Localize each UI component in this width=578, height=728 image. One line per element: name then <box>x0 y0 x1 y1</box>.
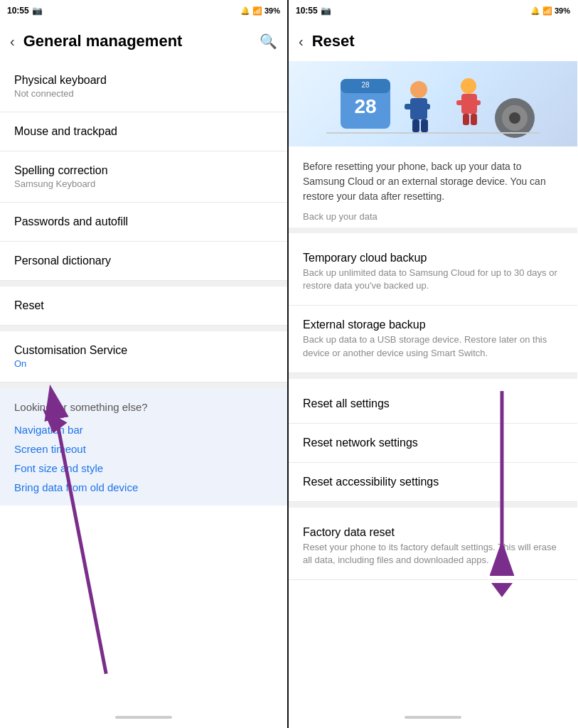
factory-data-reset-title: Factory data reset <box>303 526 563 539</box>
menu-item-title-customisation: Customisation Service <box>14 344 273 357</box>
menu-item-personal-dict[interactable]: Personal dictionary <box>0 242 287 281</box>
reset-accessibility-settings-item[interactable]: Reset accessibility settings <box>289 463 577 502</box>
external-storage-backup-sub: Back up data to a USB storage device. Re… <box>303 333 563 359</box>
suggestion-navigation-bar[interactable]: Navigation bar <box>14 420 273 439</box>
backup-description-text: Before resetting your phone, back up you… <box>303 159 563 204</box>
status-icons-right: 🔔 📶 39% <box>530 6 570 16</box>
reset-all-settings-item[interactable]: Reset all settings <box>289 385 577 424</box>
hero-illustration: 28 28 <box>289 61 577 146</box>
search-icon-left[interactable]: 🔍 <box>259 33 277 50</box>
reset-content: 28 28 <box>289 61 577 707</box>
back-button-right[interactable]: ‹ <box>299 33 304 50</box>
top-bar-left: ‹ General management 🔍 <box>0 21 287 61</box>
suggestions-box: Looking for something else? Navigation b… <box>0 388 287 505</box>
suggestion-font-size[interactable]: Font size and style <box>14 459 273 478</box>
backup-link[interactable]: Back up your data <box>303 211 563 222</box>
suggestion-screen-timeout[interactable]: Screen timeout <box>14 439 273 459</box>
backup-description-box: Before resetting your phone, back up you… <box>289 146 577 228</box>
bottom-bar-right <box>289 707 577 728</box>
section-divider-3 <box>0 382 287 388</box>
menu-item-spelling[interactable]: Spelling correction Samsung Keyboard <box>0 151 287 203</box>
page-title-left: General management <box>23 32 251 50</box>
menu-item-mouse[interactable]: Mouse and trackpad <box>0 112 287 151</box>
reset-network-settings-item[interactable]: Reset network settings <box>289 424 577 463</box>
external-storage-backup-item[interactable]: External storage backup Back up data to … <box>289 306 577 373</box>
home-indicator-right <box>405 716 461 719</box>
menu-item-title-spelling: Spelling correction <box>14 164 273 177</box>
section-divider-1 <box>0 281 287 287</box>
menu-item-sub-spelling: Samsung Keyboard <box>14 178 273 189</box>
page-title-right: Reset <box>312 32 567 50</box>
svg-point-7 <box>410 81 427 98</box>
menu-item-customisation[interactable]: Customisation Service On <box>0 331 287 382</box>
menu-item-physical-keyboard[interactable]: Physical keyboard Not connected <box>0 61 287 112</box>
factory-reset-section: Factory data reset Reset your phone to i… <box>289 513 577 580</box>
svg-rect-16 <box>471 100 481 105</box>
menu-list-left: Physical keyboard Not connected Mouse an… <box>0 61 287 707</box>
menu-item-passwords[interactable]: Passwords and autofill <box>0 203 287 242</box>
svg-rect-10 <box>419 104 430 109</box>
menu-item-title-mouse: Mouse and trackpad <box>14 125 273 138</box>
status-time-left: 10:55 📷 <box>7 6 43 16</box>
suggestions-title: Looking for something else? <box>14 401 273 413</box>
status-bar-left: 10:55 📷 🔔 📶 39% <box>0 0 287 21</box>
reset-accessibility-settings-title: Reset accessibility settings <box>303 476 563 488</box>
reset-divider-1 <box>289 228 577 233</box>
external-storage-backup-title: External storage backup <box>303 318 563 331</box>
temp-cloud-backup-sub: Back up unlimited data to Samsung Cloud … <box>303 267 563 292</box>
menu-item-sub-physical-keyboard: Not connected <box>14 88 273 99</box>
status-bar-right: 10:55 📷 🔔 📶 39% <box>289 0 577 21</box>
status-icons-left: 🔔 📶 39% <box>240 6 280 16</box>
menu-item-reset[interactable]: Reset <box>0 287 287 326</box>
right-panel: 10:55 📷 🔔 📶 39% ‹ Reset 28 28 <box>289 0 577 728</box>
section-divider-2 <box>0 326 287 331</box>
suggestion-bring-data[interactable]: Bring data from old device <box>14 478 273 497</box>
menu-item-title-passwords: Passwords and autofill <box>14 215 273 228</box>
factory-data-reset-sub: Reset your phone to its factory default … <box>303 541 563 567</box>
svg-point-21 <box>509 112 520 124</box>
back-button-left[interactable]: ‹ <box>10 33 15 50</box>
svg-point-13 <box>461 78 476 94</box>
temp-cloud-backup-title: Temporary cloud backup <box>303 252 563 264</box>
status-time-right: 10:55 📷 <box>296 6 331 16</box>
reset-network-settings-title: Reset network settings <box>303 437 563 449</box>
menu-item-sub-customisation: On <box>14 358 273 369</box>
reset-all-settings-title: Reset all settings <box>303 397 563 410</box>
left-panel: 10:55 📷 🔔 📶 39% ‹ General management 🔍 P… <box>0 0 289 728</box>
home-indicator-left <box>115 716 172 719</box>
backup-section: Temporary cloud backup Back up unlimited… <box>289 239 577 373</box>
illustration-svg: 28 28 <box>326 65 540 143</box>
reset-divider-2 <box>289 373 577 379</box>
top-bar-right: ‹ Reset <box>289 21 577 61</box>
svg-text:28: 28 <box>361 81 370 89</box>
menu-item-title-reset: Reset <box>14 299 273 312</box>
svg-rect-12 <box>421 119 428 132</box>
svg-rect-15 <box>456 100 466 105</box>
bottom-bar-left <box>0 707 287 728</box>
svg-rect-9 <box>405 104 416 109</box>
reset-divider-3 <box>289 502 577 508</box>
temp-cloud-backup-item[interactable]: Temporary cloud backup Back up unlimited… <box>289 239 577 306</box>
reset-options-section: Reset all settings Reset network setting… <box>289 385 577 502</box>
svg-text:28: 28 <box>354 95 376 117</box>
svg-rect-17 <box>463 114 469 125</box>
svg-rect-18 <box>471 114 477 125</box>
svg-rect-11 <box>412 119 419 132</box>
menu-item-title-personal-dict: Personal dictionary <box>14 255 273 267</box>
menu-item-title-physical-keyboard: Physical keyboard <box>14 74 273 87</box>
factory-data-reset-item[interactable]: Factory data reset Reset your phone to i… <box>289 513 577 580</box>
